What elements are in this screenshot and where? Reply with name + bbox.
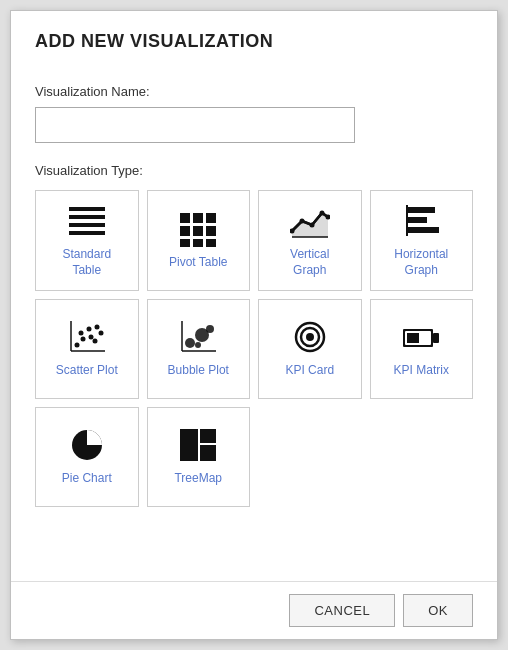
add-visualization-dialog: ADD NEW VISUALIZATION Visualization Name… [10,10,498,640]
dialog-body: Visualization Name: Visualization Type: … [11,68,497,581]
treemap-label: TreeMap [174,471,222,487]
bubble-plot-label: Bubble Plot [168,363,229,379]
svg-rect-7 [180,226,190,236]
svg-rect-1 [69,215,105,219]
scatter-plot-icon [67,319,107,355]
svg-point-30 [86,327,91,332]
viz-item-horizontal-graph[interactable]: HorizontalGraph [370,190,474,291]
viz-item-bubble-plot[interactable]: Bubble Plot [147,299,251,399]
cancel-button[interactable]: CANCEL [289,594,395,627]
kpi-matrix-label: KPI Matrix [394,363,449,379]
svg-point-38 [206,325,214,333]
svg-rect-0 [69,207,105,211]
treemap-icon [178,427,218,463]
scatter-plot-label: Scatter Plot [56,363,118,379]
svg-point-28 [78,331,83,336]
horizontal-graph-label: HorizontalGraph [394,247,448,278]
dialog-title: ADD NEW VISUALIZATION [35,31,473,52]
svg-rect-20 [407,207,435,213]
visualization-type-grid: StandardTable [35,190,473,507]
pivot-table-icon [178,211,218,247]
svg-rect-4 [180,213,190,223]
kpi-matrix-icon [401,319,441,355]
vertical-graph-icon [290,203,330,239]
kpi-card-icon [290,319,330,355]
standard-table-label: StandardTable [62,247,111,278]
svg-rect-5 [193,213,203,223]
vertical-graph-label: VerticalGraph [290,247,329,278]
viz-item-kpi-card[interactable]: KPI Card [258,299,362,399]
svg-point-27 [80,337,85,342]
ok-button[interactable]: OK [403,594,473,627]
svg-point-33 [98,331,103,336]
viz-item-treemap[interactable]: TreeMap [147,407,251,507]
svg-point-16 [309,223,314,228]
pie-chart-icon [67,427,107,463]
svg-point-42 [306,333,314,341]
svg-rect-44 [433,333,439,343]
svg-point-29 [88,335,93,340]
svg-point-26 [74,343,79,348]
svg-point-32 [92,339,97,344]
svg-point-36 [185,338,195,348]
standard-table-icon [67,203,107,239]
viz-item-pivot-table[interactable]: Pivot Table [147,190,251,291]
pie-chart-label: Pie Chart [62,471,112,487]
svg-rect-9 [206,226,216,236]
svg-rect-12 [206,239,216,247]
viz-item-vertical-graph[interactable]: VerticalGraph [258,190,362,291]
svg-rect-10 [180,239,190,247]
svg-rect-46 [407,333,419,343]
svg-rect-3 [69,231,105,235]
dialog-footer: CANCEL OK [11,581,497,639]
viz-item-standard-table[interactable]: StandardTable [35,190,139,291]
kpi-card-label: KPI Card [285,363,334,379]
type-label: Visualization Type: [35,163,473,178]
pivot-table-label: Pivot Table [169,255,227,271]
svg-rect-2 [69,223,105,227]
svg-rect-53 [202,447,214,459]
svg-rect-21 [407,217,427,223]
svg-rect-51 [182,431,196,459]
svg-point-17 [319,211,324,216]
visualization-name-input[interactable] [35,107,355,143]
viz-item-pie-chart[interactable]: Pie Chart [35,407,139,507]
viz-item-kpi-matrix[interactable]: KPI Matrix [370,299,474,399]
name-label: Visualization Name: [35,84,473,99]
viz-item-scatter-plot[interactable]: Scatter Plot [35,299,139,399]
svg-point-15 [299,219,304,224]
horizontal-graph-icon [401,203,441,239]
dialog-header: ADD NEW VISUALIZATION [11,11,497,68]
svg-rect-11 [193,239,203,247]
svg-point-31 [94,325,99,330]
svg-point-39 [195,342,201,348]
svg-rect-22 [407,227,439,233]
svg-rect-8 [193,226,203,236]
bubble-plot-icon [178,319,218,355]
svg-rect-52 [202,431,214,441]
svg-rect-6 [206,213,216,223]
